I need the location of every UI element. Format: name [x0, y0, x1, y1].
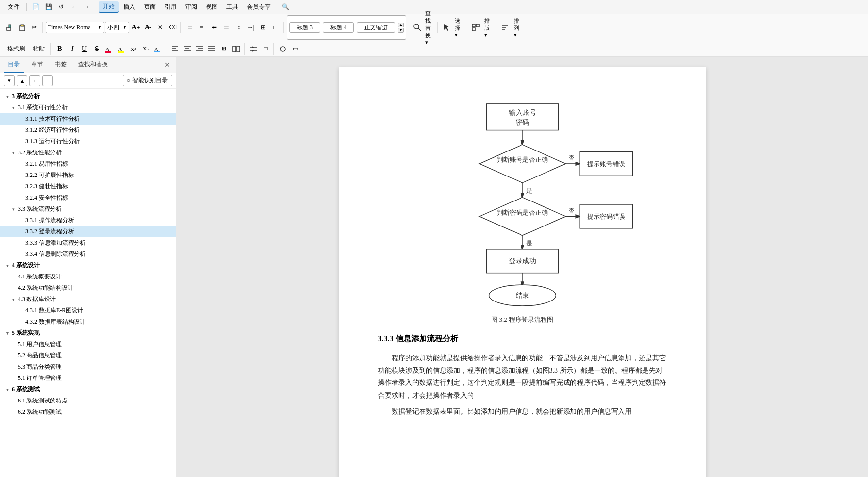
highlight-btn[interactable]: A: [115, 43, 127, 55]
menu-tools[interactable]: 工具: [223, 2, 242, 12]
shape-r2[interactable]: [277, 43, 289, 55]
toc-item-53[interactable]: 5.3 商品分类管理: [0, 361, 176, 373]
tab-bookmark[interactable]: 书签: [51, 57, 71, 73]
quick-access-3[interactable]: ↺: [55, 1, 67, 13]
toc-item-54[interactable]: 5.1 订单管理管理: [0, 373, 176, 384]
toc-item-313[interactable]: 3.1.3 运行可行性分析: [0, 136, 176, 147]
border-r2[interactable]: □: [260, 43, 272, 55]
menu-ref[interactable]: 引用: [161, 2, 180, 12]
menu-start[interactable]: 开始: [99, 1, 119, 13]
border-btn[interactable]: □: [270, 22, 281, 33]
toc-item-6[interactable]: ▾ 6 系统测试: [0, 384, 176, 395]
tab-find-replace[interactable]: 查找和替换: [74, 57, 112, 73]
toc-item-3[interactable]: ▾ 3 系统分析: [0, 91, 176, 102]
border2-r2[interactable]: ▭: [289, 43, 301, 55]
toc-item-322[interactable]: 3.2.2 可扩展性指标: [0, 170, 176, 181]
font-increase-btn[interactable]: A+: [130, 22, 142, 33]
list-num-btn[interactable]: ≡: [196, 22, 208, 33]
toc-expand-btn[interactable]: ▲: [17, 75, 27, 86]
sidebar-close-btn[interactable]: ✕: [162, 60, 172, 70]
toc-item-312[interactable]: 3.1.2 经济可行性分析: [0, 125, 176, 136]
toc-collapse-btn[interactable]: ▾: [4, 75, 15, 86]
table-btn[interactable]: ⊞: [257, 22, 269, 33]
menu-page[interactable]: 页面: [140, 2, 160, 12]
cols-r2[interactable]: [230, 43, 242, 55]
toc-add-btn[interactable]: +: [29, 75, 40, 86]
find-replace-label[interactable]: 查找替换▾: [423, 22, 435, 33]
toc-item-311[interactable]: 3.1.1 技术可行性分析: [0, 113, 176, 125]
align-left-btn[interactable]: ⬅: [208, 22, 220, 33]
style-arrow-down[interactable]: ▼: [398, 28, 404, 33]
font-bg-btn[interactable]: A: [152, 43, 164, 55]
toc-item-31[interactable]: ▾ 3.1 系统可行性分析: [0, 102, 176, 113]
italic-btn[interactable]: I: [66, 43, 78, 55]
sort-icon[interactable]: [499, 22, 511, 33]
quick-access-5[interactable]: →: [81, 1, 93, 13]
font-name-select[interactable]: Times New Roma ▼: [46, 22, 104, 33]
font-decrease-btn[interactable]: A-: [142, 22, 154, 33]
toc-item-41[interactable]: 4.1 系统概要设计: [0, 271, 176, 282]
toc-item-324[interactable]: 3.2.4 安全性指标: [0, 192, 176, 203]
toc-item-331[interactable]: 3.3.1 操作流程分析: [0, 215, 176, 226]
toc-item-43[interactable]: ▾ 4.3 数据库设计: [0, 294, 176, 305]
toc-item-321[interactable]: 3.2.1 易用性指标: [0, 158, 176, 170]
menu-file[interactable]: 文件: [4, 2, 24, 12]
format-row2[interactable]: 格式刷: [4, 43, 28, 55]
tab-chapter[interactable]: 章节: [27, 57, 47, 73]
align-right-r2[interactable]: [194, 43, 205, 55]
format-brush-btn[interactable]: [4, 22, 16, 33]
toc-item-33[interactable]: ▾ 3.3 系统流程分析: [0, 203, 176, 215]
align-justify-r2[interactable]: [206, 43, 218, 55]
quick-access-1[interactable]: 📄: [30, 1, 42, 13]
arrange-icon[interactable]: [470, 22, 482, 33]
menu-review[interactable]: 审阅: [181, 2, 201, 12]
line-spacing-r2[interactable]: [248, 43, 259, 55]
quick-access-2[interactable]: 💾: [43, 1, 54, 13]
arrange-label[interactable]: 排版▾: [482, 22, 494, 33]
table-r2[interactable]: ⊞: [218, 43, 230, 55]
style-arrows[interactable]: ▲ ▼: [398, 23, 404, 33]
bold-btn[interactable]: B: [54, 43, 66, 55]
select-label[interactable]: 选择▾: [453, 22, 465, 33]
clear-format-btn[interactable]: ✕: [154, 22, 166, 33]
toc-item-332[interactable]: 3.3.2 登录流程分析: [0, 226, 176, 237]
align-left-r2[interactable]: [169, 43, 181, 55]
style-heading4[interactable]: 标题 4: [323, 22, 354, 33]
sort-label[interactable]: 排列▾: [512, 22, 523, 33]
toc-item-432[interactable]: 4.3.2 数据库表结构设计: [0, 316, 176, 327]
toc-item-52[interactable]: 5.2 商品信息管理: [0, 350, 176, 361]
toc-item-323[interactable]: 3.2.3 健壮性指标: [0, 181, 176, 192]
toc-item-51[interactable]: 5.1 用户信息管理: [0, 339, 176, 350]
toc-item-4[interactable]: ▾ 4 系统设计: [0, 260, 176, 271]
tab-toc[interactable]: 目录: [4, 57, 24, 73]
menu-vip[interactable]: 会员专享: [243, 2, 274, 12]
cut-btn[interactable]: ✂: [28, 22, 40, 33]
font-size-select[interactable]: 小四 ▼: [105, 22, 129, 33]
erase-btn[interactable]: ⌫: [167, 22, 178, 33]
toc-item-62[interactable]: 6.2 系统功能测试: [0, 406, 176, 418]
line-spacing-btn[interactable]: ↕: [233, 22, 245, 33]
doc-area[interactable]: 输入账号 密码 判断账号是否正确 否 提示账号错误 是: [176, 57, 868, 477]
menu-view[interactable]: 视图: [202, 2, 222, 12]
paste-btn[interactable]: [16, 22, 28, 33]
toc-item-333[interactable]: 3.3.3 信息添加流程分析: [0, 237, 176, 249]
subscript-btn[interactable]: X₂: [140, 43, 151, 55]
strikethrough-btn[interactable]: S̶: [91, 43, 102, 55]
toc-item-5[interactable]: ▾ 5 系统实现: [0, 327, 176, 339]
style-arrow-up[interactable]: ▲: [398, 23, 404, 27]
toc-item-32[interactable]: ▾ 3.2 系统性能分析: [0, 147, 176, 158]
style-heading3[interactable]: 标题 3: [289, 22, 320, 33]
find-replace-btn[interactable]: [411, 22, 423, 33]
smart-toc-btn[interactable]: ○ 智能识别目录: [123, 75, 172, 86]
menu-insert[interactable]: 插入: [120, 2, 139, 12]
align-center-btn[interactable]: ☰: [221, 22, 232, 33]
search-toolbar-btn[interactable]: 🔍: [279, 1, 291, 13]
paste-row2[interactable]: 粘贴: [29, 43, 49, 55]
toc-item-334[interactable]: 3.3.4 信息删除流程分析: [0, 249, 176, 260]
style-body-indent[interactable]: 正文缩进: [357, 22, 395, 33]
underline-btn[interactable]: U: [78, 43, 90, 55]
list-btn[interactable]: ☰: [184, 22, 196, 33]
font-color-btn[interactable]: A: [103, 43, 115, 55]
toc-remove-btn[interactable]: −: [42, 75, 53, 86]
toc-item-61[interactable]: 6.1 系统测试的特点: [0, 395, 176, 406]
